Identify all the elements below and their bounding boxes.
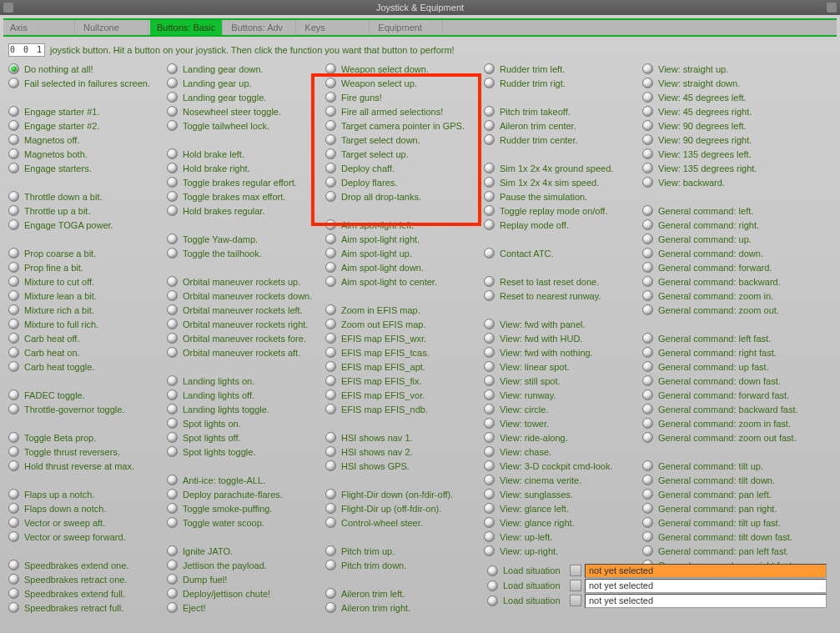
option-row[interactable]: Deploy flares. (325, 175, 484, 189)
option-row[interactable]: Orbital maneuver rockets down. (167, 289, 325, 303)
option-row[interactable]: Replay mode off. (484, 218, 642, 232)
radio-button[interactable] (325, 375, 336, 386)
radio-button[interactable] (642, 404, 653, 414)
option-row[interactable]: General command: pan left. (642, 487, 826, 501)
radio-button[interactable] (325, 148, 336, 159)
radio-button[interactable] (484, 432, 495, 443)
option-row[interactable]: Flight-Dir down (on-fdir-off). (325, 487, 484, 501)
option-row[interactable]: Rudder trim center. (484, 133, 642, 147)
option-row[interactable]: General command: zoom in fast. (642, 416, 826, 430)
option-row[interactable]: Fire guns! (325, 90, 484, 104)
radio-button[interactable] (8, 389, 19, 400)
radio-button[interactable] (642, 375, 653, 386)
option-row[interactable]: Hold brake right. (167, 161, 325, 175)
titlebar-menu-icon[interactable] (3, 3, 13, 13)
option-row[interactable]: General command: backward. (642, 274, 826, 289)
option-row[interactable]: View: straight up. (642, 62, 826, 76)
option-row[interactable]: View: tower. (484, 416, 642, 430)
radio-button[interactable] (484, 375, 495, 386)
option-row[interactable]: Pitch trim takeoff. (484, 104, 642, 118)
option-row[interactable]: General command: pan left fast. (642, 544, 826, 558)
radio-button[interactable] (484, 276, 495, 287)
radio-button[interactable] (484, 361, 495, 372)
radio-button[interactable] (325, 503, 336, 514)
option-row[interactable]: Carb heat off. (8, 331, 167, 345)
radio-button[interactable] (325, 276, 336, 287)
option-row[interactable]: General command: zoom in. (642, 289, 826, 303)
radio-button[interactable] (8, 63, 19, 74)
radio-button[interactable] (8, 531, 19, 542)
radio-button[interactable] (484, 347, 495, 358)
radio-button[interactable] (167, 120, 178, 131)
option-row[interactable]: Contact ATC. (484, 246, 642, 260)
radio-button[interactable] (325, 92, 336, 103)
option-row[interactable]: General command: tilt up. (642, 459, 826, 473)
option-row[interactable]: Aim spot-light left. (325, 218, 484, 232)
radio-button[interactable] (484, 531, 495, 542)
option-row[interactable]: General command: down fast. (642, 374, 826, 388)
option-row[interactable]: Control-wheel steer. (325, 515, 484, 530)
option-row[interactable]: Vector or sweep forward. (8, 530, 167, 544)
radio-button[interactable] (8, 319, 19, 329)
option-row[interactable]: View: cinema verite. (484, 473, 642, 487)
option-row[interactable]: Toggle tailwheel lock. (167, 118, 325, 133)
radio-button[interactable] (642, 432, 653, 443)
option-row[interactable]: Aileron trim right. (325, 600, 484, 615)
radio-button[interactable] (167, 545, 178, 556)
radio-button[interactable] (642, 134, 653, 145)
radio-button[interactable] (167, 389, 178, 400)
radio-button[interactable] (642, 106, 653, 117)
option-row[interactable]: HSI shows nav 1. (325, 430, 484, 445)
radio-button[interactable] (642, 304, 653, 315)
radio-button[interactable] (642, 545, 653, 556)
radio-button[interactable] (642, 63, 653, 74)
option-row[interactable]: Drop all drop-tanks. (325, 189, 484, 203)
option-row[interactable]: Fire all armed selections! (325, 104, 484, 118)
option-row[interactable]: Pitch trim up. (325, 544, 484, 558)
radio-button[interactable] (642, 92, 653, 103)
option-row[interactable]: Aim spot-light down. (325, 260, 484, 274)
option-row[interactable]: Mixture to cut off. (8, 274, 167, 289)
radio-button[interactable] (325, 432, 336, 443)
option-row[interactable]: View: circle. (484, 402, 642, 416)
radio-button[interactable] (167, 574, 178, 585)
option-row[interactable]: Hold brakes regular. (167, 203, 325, 218)
radio-button[interactable] (642, 503, 653, 514)
option-row[interactable]: General command: tilt down fast. (642, 530, 826, 544)
option-row[interactable]: View: up-right. (484, 544, 642, 558)
option-row[interactable]: Mixture rich a bit. (8, 303, 167, 317)
option-row[interactable]: View: 90 degrees left. (642, 118, 826, 133)
radio-button[interactable] (167, 446, 178, 457)
option-row[interactable]: Speedbrakes extend full. (8, 586, 167, 600)
option-row[interactable]: Flaps down a notch. (8, 501, 167, 515)
option-row[interactable]: Toggle thrust reversers. (8, 445, 167, 459)
option-row[interactable]: Engage starter #2. (8, 118, 167, 133)
option-row[interactable]: View: up-left. (484, 530, 642, 544)
option-row[interactable]: View: runway. (484, 388, 642, 402)
option-row[interactable]: Carb heat toggle. (8, 359, 167, 374)
option-row[interactable]: Landing gear up. (167, 76, 325, 90)
option-row[interactable]: Flight-Dir up (off-fdir-on). (325, 501, 484, 515)
radio-button[interactable] (484, 418, 495, 429)
radio-button[interactable] (642, 205, 653, 216)
radio-button[interactable] (642, 475, 653, 485)
radio-button[interactable] (642, 460, 653, 471)
option-row[interactable]: Orbital maneuver rockets left. (167, 303, 325, 317)
option-row[interactable]: Throttle down a bit. (8, 189, 167, 203)
radio-button[interactable] (642, 163, 653, 173)
radio-button[interactable] (642, 347, 653, 358)
radio-button[interactable] (642, 418, 653, 429)
radio-button[interactable] (167, 148, 178, 159)
option-row[interactable]: View: fwd with nothing. (484, 345, 642, 359)
option-row[interactable]: Speedbrakes retract full. (8, 600, 167, 615)
tab-keys[interactable]: Keys (298, 20, 370, 35)
option-row[interactable]: Toggle Yaw-damp. (167, 232, 325, 246)
radio-button[interactable] (325, 191, 336, 202)
radio-button[interactable] (8, 574, 19, 585)
option-row[interactable]: General command: right. (642, 218, 826, 232)
radio-button[interactable] (167, 248, 178, 259)
radio-button[interactable] (325, 404, 336, 414)
radio-button[interactable] (8, 432, 19, 443)
radio-button[interactable] (167, 560, 178, 570)
option-row[interactable]: EFIS map EFIS_vor. (325, 388, 484, 402)
